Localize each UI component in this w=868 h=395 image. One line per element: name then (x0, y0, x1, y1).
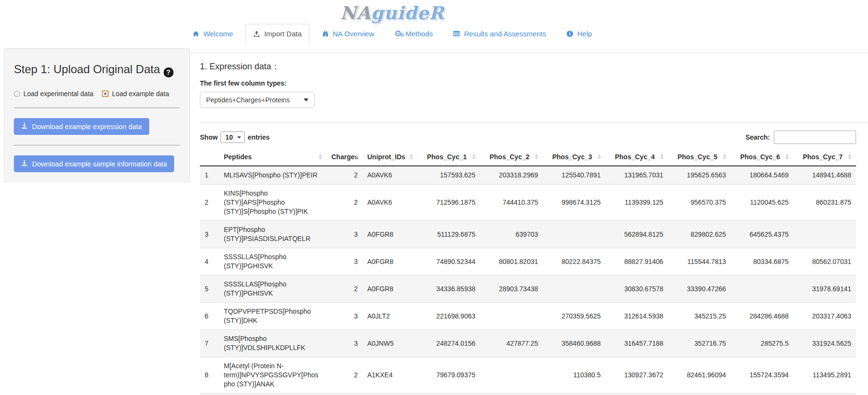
radio-load-experimental-data[interactable]: Load experimental data (14, 90, 93, 98)
import-data-panel: 1. Expression data： The first few column… (190, 53, 868, 395)
column-header-phos_cyc_7[interactable]: Phos_Cyc_7 (793, 148, 856, 166)
logo-text-guider: guideR (371, 2, 444, 23)
table-search: Search: (746, 131, 856, 144)
value-cell: 31978.69141 (793, 275, 856, 303)
row-number-header (200, 148, 219, 166)
sort-icon (597, 154, 601, 159)
page-length-value: 10 (225, 133, 233, 141)
panel-title: Step 1: Upload Original Data? (14, 62, 180, 77)
tab-welcome[interactable]: Welcome (185, 24, 241, 44)
download-expression-data-button[interactable]: Download example expression data (14, 118, 149, 135)
column-header-phos_cyc_5[interactable]: Phos_Cyc_5 (668, 148, 731, 166)
tab-help[interactable]: Help (559, 24, 600, 44)
column-header-phos_cyc_1[interactable]: Phos_Cyc_1 (418, 148, 480, 166)
row-number-cell: 6 (200, 303, 219, 330)
page-length-select[interactable]: 10 (220, 132, 245, 143)
value-cell: 80801.82031 (480, 248, 543, 275)
download-expression-label: Download example expression data (32, 123, 142, 131)
value-cell: 157593.625 (418, 166, 480, 185)
radio-load-example-data[interactable]: Load example data (102, 90, 169, 98)
download-sample-info-label: Download example sample information data (32, 160, 167, 168)
tab-na-overview[interactable]: NA Overview (314, 24, 382, 44)
nav-tabs: WelcomeImport DataNA Overview⚙⚙MethodsRe… (0, 24, 784, 44)
column-header-phos_cyc_2[interactable]: Phos_Cyc_2 (480, 148, 543, 166)
tab-methods[interactable]: ⚙⚙Methods (386, 24, 440, 44)
value-cell: 34336.85938 (418, 275, 480, 303)
download-icon (21, 160, 28, 168)
download-sample-info-button[interactable]: Download example sample information data (14, 155, 174, 172)
value-cell: 88827.91406 (605, 248, 668, 275)
home-icon (192, 30, 199, 37)
table-icon (453, 30, 460, 37)
gears-icon: ⚙⚙ (394, 30, 401, 37)
value-cell: 352716.75 (668, 330, 731, 357)
value-cell: 79679.09375 (418, 357, 480, 394)
column-header-label: Uniprot_IDs (367, 153, 405, 161)
value-cell: 131965.7031 (605, 166, 668, 185)
value-cell: 248274.0156 (418, 330, 480, 357)
value-cell: 427877.25 (480, 330, 543, 357)
sort-icon (409, 154, 413, 159)
datatable-container: Show 10 entries Search: PeptidesChargesU… (200, 131, 856, 395)
sort-icon (535, 154, 538, 159)
column-types-select[interactable]: Peptides+Charges+Proteins (200, 92, 315, 108)
show-label: Show (200, 133, 218, 141)
uniprot-cell: A0FGR8 (363, 248, 418, 275)
app-header: NAguideR WelcomeImport DataNA Overview⚙⚙… (0, 0, 784, 44)
charges-cell: 2 (327, 275, 363, 303)
divider (14, 145, 180, 145)
column-header-uniprot_ids[interactable]: Uniprot_IDs (363, 148, 418, 166)
page-length-control: Show 10 entries (200, 132, 270, 143)
tab-results-and-assessments[interactable]: Results and Assessments (445, 24, 554, 44)
panel-title-text: Step 1: Upload Original Data (14, 63, 160, 76)
question-circle-icon[interactable]: ? (164, 67, 174, 77)
table-row: 8M[Acetyl (Protein N-term)]NPVYSPGSSGVPY… (200, 357, 856, 394)
charges-cell: 3 (327, 330, 363, 357)
value-cell: 33390.47266 (668, 275, 731, 303)
uniprot-cell: A0FGR8 (363, 275, 418, 303)
value-cell: 115544.7813 (668, 248, 731, 275)
uniprot-cell: A1KXE4 (363, 357, 418, 394)
divider (14, 108, 180, 108)
value-cell: 203318.2969 (480, 166, 543, 185)
tab-import-data[interactable]: Import Data (245, 24, 309, 44)
column-header-phos_cyc_6[interactable]: Phos_Cyc_6 (731, 148, 793, 166)
value-cell: 829802.625 (668, 221, 731, 248)
table-row: 2KINS[Phospho (STY)]APS[Phospho (STY)]S[… (200, 185, 856, 221)
value-cell: 712596.1875 (418, 185, 480, 221)
value-cell: 110380.5 (543, 357, 605, 394)
sort-icon (723, 154, 726, 159)
value-cell: 148941.4688 (793, 166, 856, 185)
value-cell (480, 303, 543, 330)
search-input[interactable] (774, 131, 856, 144)
sort-icon (354, 154, 358, 159)
tab-label: NA Overview (333, 30, 374, 38)
uniprot-cell: A0AVK6 (363, 166, 418, 185)
peptide-cell: M[Acetyl (Protein N-term)]NPVYSPGSSGVPY[… (219, 357, 327, 394)
charges-cell: 2 (327, 185, 363, 221)
value-cell: 956570.375 (668, 185, 731, 221)
app-logo: NAguideR (0, 2, 784, 23)
peptide-cell: SSSSLLAS[Phospho (STY)]PGHISVK (219, 275, 327, 303)
value-cell: 312614.5938 (605, 303, 668, 330)
value-cell: 285275.5 (731, 330, 793, 357)
table-row: 6TQDPVPPETPSDS[Phospho (STY)]DHK3A0JLT22… (200, 303, 856, 330)
value-cell: 345215.25 (668, 303, 731, 330)
value-cell: 358460.9688 (543, 330, 605, 357)
binoculars-icon (322, 30, 329, 37)
value-cell: 1139399.125 (605, 185, 668, 221)
column-header-label: Phos_Cyc_3 (552, 153, 592, 161)
column-header-phos_cyc_3[interactable]: Phos_Cyc_3 (543, 148, 605, 166)
uniprot-cell: A0JLT2 (363, 303, 418, 330)
column-header-charges[interactable]: Charges (327, 148, 363, 166)
charges-cell: 2 (327, 357, 363, 394)
value-cell (793, 221, 856, 248)
row-number-cell: 4 (200, 248, 219, 275)
radio-label: Load example data (112, 90, 169, 98)
charges-cell: 3 (327, 248, 363, 275)
value-cell: 195625.6563 (668, 166, 731, 185)
column-header-peptides[interactable]: Peptides (219, 148, 327, 166)
column-header-label: Phos_Cyc_1 (427, 153, 467, 161)
peptide-cell: SMS[Phospho (STY)]VDLSHIPLKDPLLFK (219, 330, 327, 357)
column-header-phos_cyc_4[interactable]: Phos_Cyc_4 (605, 148, 668, 166)
